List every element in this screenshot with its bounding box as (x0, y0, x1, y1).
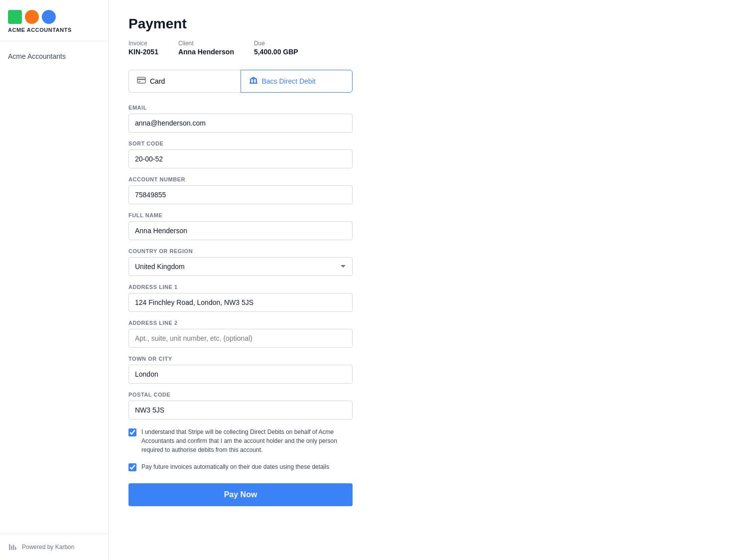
checkbox1-group: I understand that Stripe will be collect… (128, 427, 353, 454)
pay-now-button[interactable]: Pay Now (128, 483, 353, 506)
address2-label: ADDRESS LINE 2 (128, 320, 353, 326)
sidebar: ACME ACCOUNTANTS Acme Accountants Powere… (0, 0, 109, 560)
client-label: Client (178, 40, 234, 47)
postal-input[interactable] (128, 401, 353, 420)
sort-code-label: SORT CODE (128, 140, 353, 146)
auto-pay-checkbox[interactable] (128, 463, 136, 471)
due-value: 5,400.00 GBP (254, 48, 298, 56)
postal-label: POSTAL CODE (128, 392, 353, 398)
terms-label: I understand that Stripe will be collect… (141, 427, 353, 454)
card-icon (137, 77, 146, 86)
address1-input[interactable] (128, 293, 353, 312)
bank-icon (249, 76, 258, 86)
account-number-input[interactable] (128, 185, 353, 204)
address1-label: ADDRESS LINE 1 (128, 284, 353, 290)
sidebar-nav: Acme Accountants (0, 41, 108, 71)
city-group: TOWN OR CITY (128, 356, 353, 384)
country-group: COUNTRY OR REGION United Kingdom United … (128, 248, 353, 276)
invoice-group: Invoice KIN-2051 (128, 40, 158, 56)
email-group: EMAIL (128, 105, 353, 133)
invoice-meta: Invoice KIN-2051 Client Anna Henderson D… (128, 40, 729, 56)
karbon-icon (8, 542, 18, 552)
terms-checkbox[interactable] (128, 428, 136, 436)
logo-circle-orange (25, 10, 39, 24)
svg-rect-10 (255, 79, 257, 83)
full-name-label: FULL NAME (128, 212, 353, 218)
logo-square (8, 10, 22, 24)
due-group: Due 5,400.00 GBP (254, 40, 298, 56)
checkbox2-group: Pay future invoices automatically on the… (128, 462, 353, 471)
svg-rect-2 (13, 545, 14, 550)
due-label: Due (254, 40, 298, 47)
city-input[interactable] (128, 365, 353, 384)
svg-rect-5 (137, 79, 145, 80)
logo-area: ACME ACCOUNTANTS (0, 0, 108, 41)
svg-marker-7 (250, 77, 257, 79)
tab-bacs[interactable]: Bacs Direct Debit (241, 70, 353, 93)
svg-rect-6 (138, 81, 140, 82)
logo-icons (8, 10, 100, 24)
page-title: Payment (128, 16, 729, 32)
sort-code-input[interactable] (128, 149, 353, 168)
client-value: Anna Henderson (178, 48, 234, 56)
sort-code-group: SORT CODE (128, 140, 353, 168)
account-number-label: ACCOUNT NUMBER (128, 176, 353, 182)
auto-pay-label: Pay future invoices automatically on the… (141, 462, 329, 471)
svg-rect-1 (11, 546, 12, 550)
payment-form: EMAIL SORT CODE ACCOUNT NUMBER FULL NAME… (128, 105, 353, 506)
logo-text: ACME ACCOUNTANTS (8, 27, 100, 33)
client-group: Client Anna Henderson (178, 40, 234, 56)
country-label: COUNTRY OR REGION (128, 248, 353, 254)
address1-group: ADDRESS LINE 1 (128, 284, 353, 312)
email-label: EMAIL (128, 105, 353, 111)
city-label: TOWN OR CITY (128, 356, 353, 362)
main-content: Payment Invoice KIN-2051 Client Anna Hen… (109, 0, 749, 560)
svg-rect-0 (9, 544, 10, 550)
tab-bacs-label: Bacs Direct Debit (262, 77, 316, 85)
svg-rect-9 (252, 79, 254, 83)
email-input[interactable] (128, 114, 353, 133)
sidebar-footer: Powered by Karbon (0, 534, 108, 560)
full-name-group: FULL NAME (128, 212, 353, 240)
sidebar-item-acme[interactable]: Acme Accountants (0, 47, 108, 65)
tab-card-label: Card (150, 77, 165, 85)
full-name-input[interactable] (128, 221, 353, 240)
svg-rect-8 (250, 79, 251, 83)
tab-card[interactable]: Card (128, 70, 241, 93)
postal-group: POSTAL CODE (128, 392, 353, 420)
address2-input[interactable] (128, 329, 353, 348)
svg-rect-3 (15, 547, 16, 550)
address2-group: ADDRESS LINE 2 (128, 320, 353, 348)
powered-by-label: Powered by Karbon (22, 544, 74, 551)
payment-tabs: Card Bacs Direct Debit (128, 70, 353, 93)
invoice-label: Invoice (128, 40, 158, 47)
account-number-group: ACCOUNT NUMBER (128, 176, 353, 204)
logo-circle-blue (42, 10, 56, 24)
invoice-value: KIN-2051 (128, 48, 158, 56)
country-select[interactable]: United Kingdom United States Canada Aust… (128, 257, 353, 276)
svg-rect-11 (250, 83, 257, 84)
svg-rect-4 (137, 77, 145, 83)
